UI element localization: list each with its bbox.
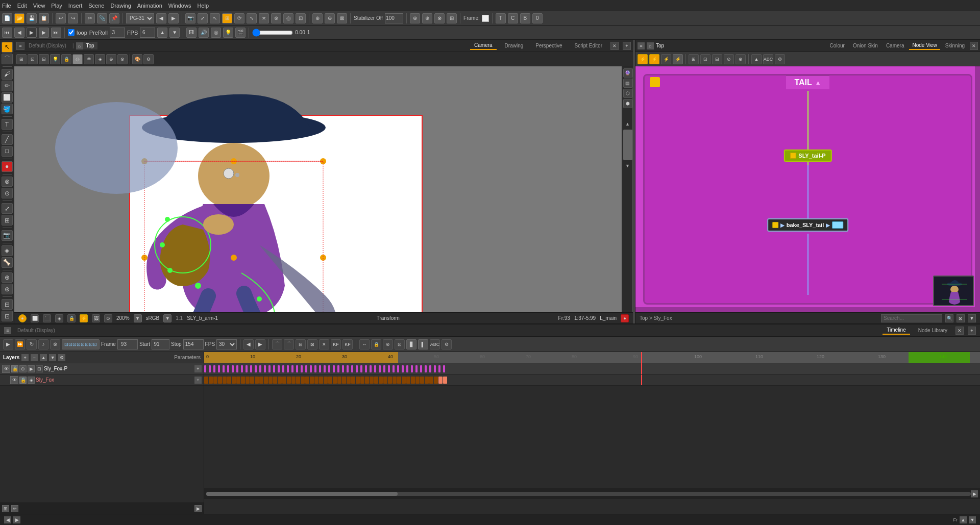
tl-lock2-btn[interactable]: 🔒: [371, 339, 381, 349]
save-button[interactable]: 💾: [27, 13, 37, 23]
tl-flat-btn[interactable]: ⊟: [296, 339, 306, 349]
tl-misc2-btn[interactable]: ⊗: [383, 339, 393, 349]
tl-fwd-btn[interactable]: ⏩: [15, 339, 25, 349]
node-tool4[interactable]: ⚡: [673, 54, 683, 64]
scroll-arrow-down[interactable]: ▼: [623, 161, 632, 170]
skew-tool[interactable]: ⤧: [259, 13, 269, 23]
node-hscroll[interactable]: [635, 307, 975, 312]
zoom-out-button[interactable]: ⊖: [325, 13, 335, 23]
timeline-hscroll-track[interactable]: [206, 492, 971, 496]
node-search-input[interactable]: [881, 314, 942, 322]
tl-start-input[interactable]: [152, 339, 169, 349]
open-button[interactable]: 📂: [14, 13, 24, 23]
zoom-in-button[interactable]: ⊕: [312, 13, 323, 23]
fit-button[interactable]: ⊠: [337, 13, 347, 23]
rp-expand-btn[interactable]: ▼: [968, 314, 976, 322]
pg-next-button[interactable]: ▶: [168, 13, 179, 23]
vp-camera2-btn[interactable]: ⊕: [106, 54, 116, 64]
tl-kf-add-btn[interactable]: KF: [331, 339, 341, 349]
menu-file[interactable]: File: [2, 3, 11, 9]
deform-btn[interactable]: ◈: [2, 245, 13, 256]
paste-button[interactable]: 📌: [109, 13, 119, 23]
vp-grid-btn[interactable]: ⊞: [16, 54, 27, 64]
layer-eye-sly-fox[interactable]: 👁: [10, 376, 18, 384]
status-misc-btn[interactable]: ⊙: [104, 314, 112, 322]
pivot-tool[interactable]: ◎: [283, 13, 293, 23]
vp-lock-btn[interactable]: 🔒: [61, 54, 71, 64]
tl-misc5-btn[interactable]: ▌: [418, 339, 428, 349]
fast-fwd-button[interactable]: ⏭: [51, 28, 61, 38]
play-button[interactable]: ▶: [27, 28, 37, 38]
layer-add-sly-fox[interactable]: +: [194, 377, 202, 384]
vp-deform-btn[interactable]: ◈: [95, 54, 105, 64]
tl-menu-btn[interactable]: ≡: [4, 327, 11, 334]
timeline-ruler[interactable]: 0 10 20 30 40 50 60 70 80 90 100 110 120…: [204, 352, 980, 363]
menu-view[interactable]: View: [33, 3, 45, 9]
color-space-menu-btn[interactable]: ▼: [163, 314, 172, 322]
tl-sound-btn[interactable]: ♪: [38, 339, 48, 349]
grid-btn[interactable]: ⊞: [2, 215, 13, 226]
node-group-color-swatch[interactable]: [650, 77, 660, 87]
transform-tool[interactable]: ⤢: [198, 13, 208, 23]
layers-del-btn[interactable]: −: [31, 354, 38, 361]
tab-skinning[interactable]: Skinning: [942, 42, 968, 49]
active-tool[interactable]: ⊞: [222, 13, 232, 23]
status-render-btn[interactable]: 🖼: [92, 314, 100, 322]
timeline-hscroll-thumb[interactable]: [206, 492, 398, 496]
vp-snap-btn[interactable]: ⊡: [28, 54, 38, 64]
pencil-tool-btn[interactable]: ✏: [2, 81, 13, 91]
scrubber[interactable]: [252, 29, 293, 36]
vp-eye-btn[interactable]: 👁: [84, 54, 94, 64]
node-tool2[interactable]: ⚡: [649, 54, 659, 64]
layer-expand-sly-fox-p[interactable]: ▶: [28, 365, 35, 372]
viewport-menu-btn[interactable]: ≡: [16, 42, 24, 50]
zoom-menu-btn[interactable]: ▼: [134, 314, 142, 322]
tl-add-btn[interactable]: +: [968, 327, 976, 335]
tl-nav-btn1[interactable]: ◀: [4, 516, 11, 523]
sound-btn[interactable]: 🔊: [199, 28, 209, 38]
tab-script-editor[interactable]: Script Editor: [571, 42, 606, 49]
tl-text2-btn[interactable]: ABC: [430, 339, 440, 349]
status-btn3[interactable]: ◈: [55, 314, 63, 322]
menu-windows[interactable]: Windows: [168, 3, 191, 9]
tab-drawing[interactable]: Drawing: [501, 42, 528, 49]
layer-row-sly-fox[interactable]: 👁 🔒 ◈ Sly_Fox +: [0, 374, 204, 386]
copy-button[interactable]: 📎: [97, 13, 107, 23]
rp-menu-btn[interactable]: ≡: [638, 42, 645, 49]
layer-row-sly-fox-p[interactable]: 👁 🔒 ⊙ ▶ ⊟ Sly_Fox-P +: [0, 363, 204, 374]
menu-help[interactable]: Help: [197, 3, 209, 9]
viewport-tab-top[interactable]: Top: [83, 42, 97, 49]
tl-kf-prev-btn[interactable]: ◀: [243, 339, 254, 349]
layers-dn-btn[interactable]: ▼: [49, 354, 56, 361]
eraser-tool-btn[interactable]: ⬜: [2, 92, 13, 103]
snap-tool[interactable]: ⊡: [296, 13, 306, 23]
rp-close-btn[interactable]: ✕: [970, 42, 978, 50]
status-lock-btn[interactable]: 🔒: [67, 314, 76, 322]
color-tool-btn[interactable]: ●: [2, 161, 13, 172]
extra-btn3[interactable]: ⊟: [2, 299, 13, 310]
extra-btn2[interactable]: ⊛: [2, 284, 13, 294]
redo-button[interactable]: ↪: [68, 13, 78, 23]
menu-edit[interactable]: Edit: [17, 3, 27, 9]
tl-nav-up[interactable]: ▲: [960, 516, 967, 523]
stabilizer-value[interactable]: [385, 13, 403, 23]
line-tool-btn[interactable]: ╱: [2, 134, 13, 145]
undo-button[interactable]: ↩: [56, 13, 66, 23]
bone-deform-btn[interactable]: ⊗: [2, 177, 13, 187]
tab-node-view[interactable]: Node View: [909, 41, 940, 50]
tl-close-btn[interactable]: ✕: [955, 327, 964, 335]
node-tool11[interactable]: ABC: [763, 54, 773, 64]
vp-right-btn4[interactable]: ⬢: [623, 99, 632, 108]
text-tool-btn[interactable]: T: [2, 119, 13, 130]
home-icon[interactable]: ⌂: [76, 42, 83, 49]
status-dot[interactable]: ●: [18, 314, 27, 322]
menu-insert[interactable]: Insert: [68, 3, 83, 9]
select-tool-btn[interactable]: ↖: [2, 42, 13, 53]
tab-camera-np[interactable]: Camera: [883, 42, 908, 49]
paint-tool-btn[interactable]: 🪣: [2, 104, 13, 114]
layers-options-btn[interactable]: ⚙: [58, 354, 65, 361]
close-tab-btn[interactable]: ✕: [610, 42, 619, 50]
preroll-input[interactable]: [110, 28, 125, 38]
tl-gear-btn[interactable]: ⚙: [442, 339, 452, 349]
misc-btn1[interactable]: ⊛: [410, 13, 420, 23]
